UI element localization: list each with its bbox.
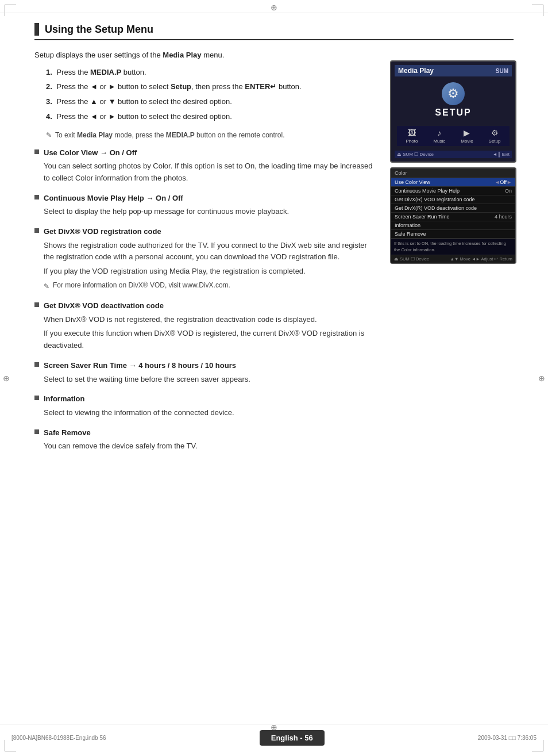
bullet-divx-deact: Get DivX® VOD deactivation code When Div…	[34, 300, 376, 352]
bullet-color-view-body: You can select sorting photos by Color. …	[44, 160, 376, 185]
tv-body-1: ⚙ SETUP 🖼 Photo ♪ Music ▶ Movie ⚙	[395, 80, 512, 148]
corner-mark-tl	[5, 5, 16, 16]
step-4-num: 4.	[46, 112, 52, 121]
tv-menu-row-divxdeact: Get DivX(R) VOD deactivation code	[391, 204, 515, 213]
screenshots-column: Media Play SUM ⚙ SETUP 🖼 Photo ♪ Music ▶	[390, 60, 516, 264]
footer-page-label: English - 56	[260, 730, 325, 746]
bullet-square-4	[34, 302, 39, 307]
note-icon: ✎	[46, 131, 52, 139]
step-2: 2. Press the ◄ or ► button to select Set…	[46, 81, 376, 93]
bullet-square-6	[34, 396, 39, 400]
screensaver-label: Screen Saver Run Time	[395, 214, 495, 220]
section-title: Using the Setup Menu	[45, 24, 153, 36]
tv-menu-row-info: Information	[391, 221, 515, 230]
tv-exit-label: ◄║ Exit	[493, 152, 510, 157]
bullet-square-3	[34, 228, 39, 233]
color-view-p1: You can select sorting photos by Color. …	[44, 160, 376, 185]
bullet-safe-remove-body: You can remove the device safely from th…	[44, 440, 376, 452]
tv-menu-bottom-right: ▲▼ Move ◄► Adjust ↩ Return	[450, 256, 512, 262]
tv-title: Media Play	[398, 67, 434, 75]
corner-mark-tr	[532, 5, 543, 16]
bullet-screen-saver-title: Screen Saver Run Time → 4 hours / 8 hour…	[44, 360, 236, 371]
media-icon-movie: ▶ Movie	[461, 128, 473, 144]
divx-deact-p2: If you execute this function when DivX® …	[44, 328, 376, 352]
step-2-num: 2.	[46, 82, 52, 91]
tv-menu-row-colorview: Use Color View ◄ Off ►	[391, 178, 515, 187]
bullet-divx-deact-title: Get DivX® VOD deactivation code	[44, 300, 164, 312]
bullet-safe-remove-title: Safe Remove	[44, 427, 91, 439]
music-icon: ♪	[437, 128, 441, 137]
step-4-text: Press the ◄ or ► button to select the de…	[56, 112, 231, 121]
colorview-value: Off	[500, 179, 507, 185]
bullet-cont-movie: Continuous Movie Play Help → On / Off Se…	[34, 193, 376, 218]
tv-menu-bottom-left: ⏏ SUM ☐ Device	[394, 256, 429, 262]
bullet-safe-remove: Safe Remove You can remove the device sa…	[34, 427, 376, 452]
divx-deact-p1: When DivX® VOD is not registered, the re…	[44, 314, 376, 326]
bullet-color-view-title: Use Color View → On / Off	[44, 147, 137, 159]
page-footer: [8000-NA]BN68-01988E-Eng.indb 56 English…	[0, 730, 548, 746]
divx-note-icon: ✎	[44, 281, 49, 292]
bullet-divx-reg: Get DivX® VOD registration code Shows th…	[34, 226, 376, 292]
bullet-screen-saver-header: Screen Saver Run Time → 4 hours / 8 hour…	[34, 360, 376, 371]
tv-menu-bottom: ⏏ SUM ☐ Device ▲▼ Move ◄► Adjust ↩ Retur…	[391, 255, 515, 263]
step-3-num: 3.	[46, 97, 52, 106]
bullet-information-title: Information	[44, 393, 85, 405]
contmovie-value: On	[505, 188, 512, 194]
bullet-safe-remove-header: Safe Remove	[34, 427, 376, 439]
saferemove-label: Safe Remove	[395, 231, 512, 237]
bullet-square-2	[34, 195, 39, 199]
crosshair-left-icon: ⊕	[3, 374, 10, 383]
tv-bottom-bar-1: ⏏ SUM ☐ Device ◄║ Exit	[395, 151, 512, 158]
bullet-cont-movie-body: Select to display the help pop-up messag…	[44, 206, 376, 218]
bullet-information: Information Select to viewing the inform…	[34, 393, 376, 419]
note-row: ✎ To exit Media Play mode, press the MED…	[46, 130, 376, 140]
music-label: Music	[433, 139, 445, 144]
section-heading: Using the Setup Menu	[34, 23, 514, 40]
tv-screenshot-2: Color Use Color View ◄ Off ► Continuous …	[390, 167, 516, 264]
screensaver-value: 4 hours	[495, 214, 512, 220]
top-rule	[0, 13, 548, 13]
tv-menu-row-saferemove: Safe Remove	[391, 230, 515, 239]
screen-saver-p1: Select to set the waiting time before th…	[44, 374, 376, 386]
bullet-divx-deact-body: When DivX® VOD is not registered, the re…	[44, 314, 376, 352]
bullet-color-view: Use Color View → On / Off You can select…	[34, 147, 376, 185]
tv-sum-bottom: ⏏ SUM ☐ Device	[397, 152, 434, 157]
bullet-square-7	[34, 429, 39, 434]
divx-reg-p1: Shows the registration code authorized f…	[44, 240, 376, 264]
crosshair-right-icon: ⊕	[538, 374, 545, 383]
left-content: Setup displays the user settings of the …	[34, 49, 376, 452]
note-text: To exit Media Play mode, press the MEDIA…	[55, 130, 285, 140]
cont-movie-p1: Select to display the help pop-up messag…	[44, 206, 376, 218]
movie-label: Movie	[461, 139, 473, 144]
contmovie-label: Continuous Movie Play Help	[395, 188, 505, 194]
tv-menu-row-divxreg: Get DivX(R) VOD registration code	[391, 195, 515, 204]
photo-icon: 🖼	[408, 128, 416, 137]
setup-label-small: Setup	[489, 139, 501, 144]
step-2-text: Press the ◄ or ► button to select Setup,…	[56, 82, 301, 91]
bullet-square-1	[34, 149, 39, 154]
step-1: 1. Press the MEDIA.P button.	[46, 67, 376, 79]
bullet-screen-saver: Screen Saver Run Time → 4 hours / 8 hour…	[34, 360, 376, 385]
info-label: Information	[395, 222, 512, 228]
media-icon-setup: ⚙ Setup	[489, 128, 501, 144]
colorview-arrow-right: ►	[507, 179, 512, 185]
bullet-divx-deact-header: Get DivX® VOD deactivation code	[34, 300, 376, 312]
bullet-cont-movie-header: Continuous Movie Play Help → On / Off	[34, 193, 376, 204]
bullet-divx-reg-title: Get DivX® VOD registration code	[44, 226, 161, 237]
setup-icon-area: ⚙ SETUP	[435, 82, 471, 118]
colorview-label: Use Color View	[395, 179, 495, 185]
bullet-divx-reg-body: Shows the registration code authorized f…	[44, 240, 376, 293]
safe-remove-p1: You can remove the device safely from th…	[44, 440, 376, 452]
bullet-cont-movie-title: Continuous Movie Play Help → On / Off	[44, 193, 183, 204]
setup-icon-small: ⚙	[491, 128, 499, 137]
bullet-screen-saver-body: Select to set the waiting time before th…	[44, 374, 376, 386]
section-heading-bar	[34, 23, 39, 36]
divx-reg-p2: If you play the VOD registration using M…	[44, 266, 376, 278]
tv-top-bar-1: Media Play SUM	[395, 65, 512, 76]
crosshair-top-icon: ⊕	[271, 3, 277, 12]
setup-label: SETUP	[435, 108, 471, 118]
tv-sum-label: SUM	[496, 68, 508, 74]
tv-menu-row-screensaver: Screen Saver Run Time 4 hours	[391, 213, 515, 221]
photo-label: Photo	[406, 139, 418, 144]
bullet-divx-reg-header: Get DivX® VOD registration code	[34, 226, 376, 237]
